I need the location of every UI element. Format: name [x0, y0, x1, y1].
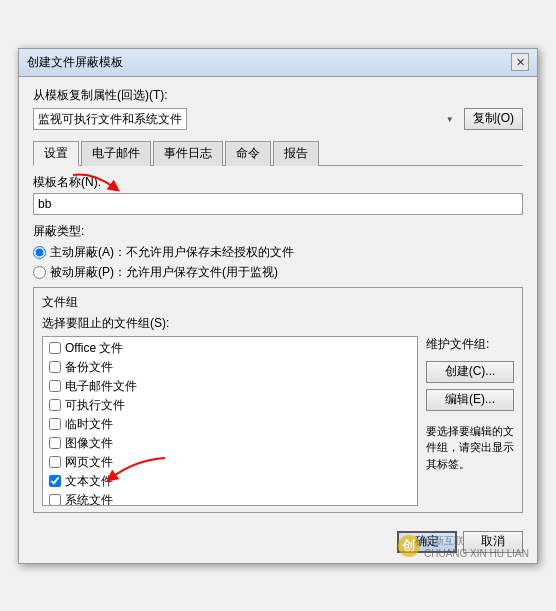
list-item: 文本文件: [43, 472, 417, 491]
file-list: Office 文件 备份文件 电子邮件文件 可执行文件: [42, 336, 418, 506]
maintain-label: 维护文件组:: [426, 336, 514, 353]
list-item: 电子邮件文件: [43, 377, 417, 396]
file-item-label: 图像文件: [65, 435, 113, 452]
list-item: 图像文件: [43, 434, 417, 453]
copy-button[interactable]: 复制(O): [464, 108, 523, 130]
radio-passive-row: 被动屏蔽(P)：允许用户保存文件(用于监视): [33, 264, 523, 281]
title-bar: 创建文件屏蔽模板 ✕: [19, 49, 537, 77]
checkbox-text[interactable]: [49, 475, 61, 487]
list-item: 临时文件: [43, 415, 417, 434]
tab-report[interactable]: 报告: [273, 141, 319, 166]
file-group-body: Office 文件 备份文件 电子邮件文件 可执行文件: [42, 336, 514, 506]
watermark-logo: 创: [398, 535, 420, 557]
radio-passive-label: 被动屏蔽(P)：允许用户保存文件(用于监视): [50, 264, 278, 281]
checkbox-image[interactable]: [49, 437, 61, 449]
tab-command[interactable]: 命令: [225, 141, 271, 166]
from-template-row: 监视可执行文件和系统文件 复制(O): [33, 108, 523, 130]
list-item: 可执行文件: [43, 396, 417, 415]
template-dropdown[interactable]: 监视可执行文件和系统文件: [33, 108, 187, 130]
file-item-label: 临时文件: [65, 416, 113, 433]
template-name-input[interactable]: [33, 193, 523, 215]
checkbox-exec[interactable]: [49, 399, 61, 411]
file-group-section-title: 文件组: [42, 294, 514, 311]
close-button[interactable]: ✕: [511, 53, 529, 71]
tab-event-log[interactable]: 事件日志: [153, 141, 223, 166]
file-group-list-label: 选择要阻止的文件组(S):: [42, 315, 514, 332]
template-name-group: 模板名称(N):: [33, 174, 523, 215]
tab-settings[interactable]: 设置: [33, 141, 79, 166]
hint-text: 要选择要编辑的文件组，请突出显示其标签。: [426, 423, 514, 473]
watermark: 创 创新互联CHUANG XIN HU LIAN: [398, 534, 529, 559]
from-template-label: 从模板复制属性(回选)(T):: [33, 87, 523, 104]
template-dropdown-wrapper: 监视可执行文件和系统文件: [33, 108, 458, 130]
template-name-label: 模板名称(N):: [33, 174, 523, 191]
file-item-label: 文本文件: [65, 473, 113, 490]
tabs-bar: 设置 电子邮件 事件日志 命令 报告: [33, 140, 523, 166]
file-item-label: 可执行文件: [65, 397, 125, 414]
tab-email[interactable]: 电子邮件: [81, 141, 151, 166]
checkbox-web[interactable]: [49, 456, 61, 468]
checkbox-system[interactable]: [49, 494, 61, 506]
file-item-label: 网页文件: [65, 454, 113, 471]
main-dialog: 创建文件屏蔽模板 ✕ 从模板复制属性(回选)(T): 监视可执行文件和系统文件 …: [18, 48, 538, 564]
edit-file-group-button[interactable]: 编辑(E)...: [426, 389, 514, 411]
right-panel: 维护文件组: 创建(C)... 编辑(E)... 要选择要编辑的文件组，请突出显…: [426, 336, 514, 506]
list-item: 网页文件: [43, 453, 417, 472]
checkbox-email[interactable]: [49, 380, 61, 392]
checkbox-backup[interactable]: [49, 361, 61, 373]
radio-passive[interactable]: [33, 266, 46, 279]
create-file-group-button[interactable]: 创建(C)...: [426, 361, 514, 383]
file-item-label: 电子邮件文件: [65, 378, 137, 395]
radio-active-label: 主动屏蔽(A)：不允许用户保存未经授权的文件: [50, 244, 294, 261]
watermark-text: 创新互联CHUANG XIN HU LIAN: [424, 534, 529, 559]
list-item: 系统文件: [43, 491, 417, 506]
file-group-section: 文件组 选择要阻止的文件组(S): Office 文件 备份文件: [33, 287, 523, 513]
radio-active[interactable]: [33, 246, 46, 259]
radio-active-row: 主动屏蔽(A)：不允许用户保存未经授权的文件: [33, 244, 523, 261]
checkbox-temp[interactable]: [49, 418, 61, 430]
file-item-label: Office 文件: [65, 340, 123, 357]
shield-type-label: 屏蔽类型:: [33, 223, 523, 240]
checkbox-office[interactable]: [49, 342, 61, 354]
dialog-body: 从模板复制属性(回选)(T): 监视可执行文件和系统文件 复制(O) 设置 电子…: [19, 77, 537, 523]
dialog-title: 创建文件屏蔽模板: [27, 54, 123, 71]
list-item: Office 文件: [43, 339, 417, 358]
file-item-label: 系统文件: [65, 492, 113, 506]
file-item-label: 备份文件: [65, 359, 113, 376]
list-item: 备份文件: [43, 358, 417, 377]
